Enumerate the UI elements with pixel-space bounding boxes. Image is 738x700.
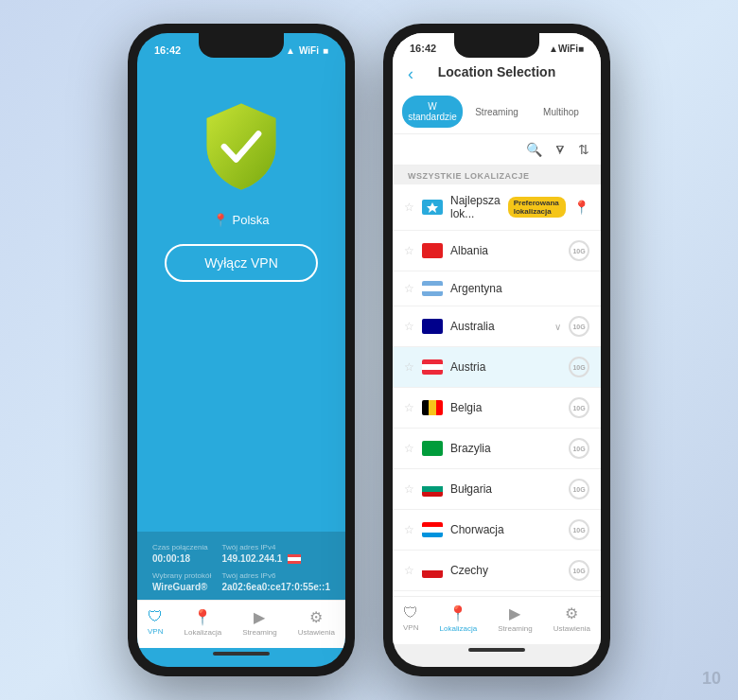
star-icon-argentina: ☆	[404, 282, 414, 295]
header-title: Location Selection	[438, 64, 555, 79]
toolbar: 🔍 ⛛ ⇅	[393, 134, 601, 166]
search-button[interactable]: 🔍	[526, 142, 542, 157]
svg-marker-0	[427, 202, 438, 213]
vpn-icon: 🛡	[148, 608, 163, 625]
nav-vpn-left[interactable]: 🛡 VPN	[148, 608, 163, 637]
list-item-australia[interactable]: ☆ Australia ∨ 10G	[393, 306, 601, 347]
list-item-bulgaria[interactable]: ☆ Bułgaria 10G	[393, 469, 601, 510]
star-icon-australia: ☆	[404, 320, 414, 333]
left-phone: 16:42 ▲ WiFi ■	[128, 24, 355, 676]
list-item-czech[interactable]: ☆ Czechy 10G	[393, 551, 601, 591]
star-icon-albania: ☆	[404, 244, 414, 257]
austria-name: Austria	[450, 360, 561, 374]
speed-austria: 10G	[569, 357, 589, 377]
speed-bulgaria: 10G	[569, 479, 589, 499]
flag-czech	[422, 563, 443, 578]
speed-australia: 10G	[569, 316, 589, 337]
list-item-austria[interactable]: ☆ Austria 10G	[393, 347, 601, 388]
streaming-icon: ▶	[254, 608, 265, 626]
location-list: ☆ Najlepsza lok... Preferowana lokalizac…	[393, 184, 601, 596]
star-icon-czech: ☆	[404, 564, 414, 577]
location-header: ‹ Location Selection	[393, 58, 601, 90]
flag-bulgaria	[422, 481, 443, 497]
star-icon-brazil: ☆	[404, 442, 414, 455]
list-item-albania[interactable]: ☆ Albania 10G	[393, 231, 601, 271]
stat-ipv4: Twój adres IPv4 149.102.244.1	[221, 543, 330, 564]
flag-argentina	[422, 281, 443, 296]
argentina-name: Argentyna	[450, 282, 589, 295]
stats-bar: Czas połączenia 00:00:18 Twój adres IPv4…	[137, 532, 345, 600]
filter-button[interactable]: ⛛	[554, 142, 567, 157]
list-item-brazil[interactable]: ☆ Brazylia 10G	[393, 429, 601, 469]
list-item-belgium[interactable]: ☆ Belgia 10G	[393, 388, 601, 429]
vpn-icon-right: 🛡	[403, 604, 418, 621]
streaming-icon-right: ▶	[509, 604, 520, 622]
star-icon-belgium: ☆	[404, 401, 414, 414]
flag-australia	[422, 319, 443, 334]
location-icon-right: 📍	[448, 604, 467, 622]
star-icon-best: ☆	[404, 201, 414, 214]
back-button[interactable]: ‹	[408, 64, 413, 84]
status-icons-left: ▲ WiFi ■	[286, 45, 328, 56]
speed-brazil: 10G	[569, 438, 589, 459]
speed-croatia: 10G	[569, 519, 589, 540]
czech-name: Czechy	[450, 564, 561, 577]
home-indicator-right	[468, 648, 525, 652]
status-icons-right: ▲WiFi■	[549, 44, 584, 54]
right-phone: 16:42 ▲WiFi■ ‹ Location Selection W stan…	[383, 24, 610, 676]
bulgaria-name: Bułgaria	[450, 482, 561, 496]
flag-austria	[422, 359, 443, 375]
brazil-name: Brazylia	[450, 442, 561, 455]
best-location-name: Najlepsza lok...	[450, 194, 501, 220]
time-left: 16:42	[154, 44, 181, 56]
stat-protocol: Wybrany protokół WireGuard®	[152, 571, 214, 592]
flag-belgium	[422, 400, 443, 415]
list-item-croatia[interactable]: ☆ Chorwacja 10G	[393, 510, 601, 551]
star-icon-croatia: ☆	[404, 523, 414, 536]
bottom-nav-right: 🛡 VPN 📍 Lokalizacja ▶ Streaming ⚙ Ustawi…	[393, 596, 601, 644]
tab-bar: W standardzie Streaming Multihop	[393, 90, 601, 134]
nav-vpn-right[interactable]: 🛡 VPN	[403, 604, 418, 633]
speed-belgium: 10G	[569, 397, 589, 418]
stat-ipv6: Twój adres IPv6 2a02:6ea0:ce17:0:55e::1	[221, 571, 330, 592]
flag-best	[422, 200, 443, 215]
australia-name: Australia	[450, 320, 547, 333]
location-icon: 📍	[193, 608, 212, 626]
tab-standard[interactable]: W standardzie	[402, 96, 463, 128]
disconnect-button[interactable]: Wyłącz VPN	[165, 244, 318, 282]
nav-settings-right[interactable]: ⚙ Ustawienia	[554, 604, 590, 633]
star-icon-austria: ☆	[404, 360, 414, 374]
stat-connection-time: Czas połączenia 00:00:18	[152, 543, 214, 564]
nav-settings-left[interactable]: ⚙ Ustawienia	[298, 608, 335, 637]
tab-multihop[interactable]: Multihop	[531, 96, 591, 128]
settings-icon-right: ⚙	[565, 604, 578, 622]
notch	[199, 33, 284, 58]
flag-albania	[422, 243, 443, 258]
settings-icon: ⚙	[309, 608, 323, 626]
current-location: 📍 Polska	[213, 213, 269, 227]
tab-streaming[interactable]: Streaming	[466, 96, 527, 128]
notch-right	[454, 33, 539, 58]
croatia-name: Chorwacja	[450, 523, 561, 536]
flag-croatia	[422, 522, 443, 537]
sort-button[interactable]: ⇅	[578, 142, 589, 157]
poland-flag-icon	[288, 554, 301, 564]
expand-icon-australia: ∨	[554, 322, 561, 332]
nav-lokalizacja-left[interactable]: 📍 Lokalizacja	[184, 608, 222, 637]
nav-lokalizacja-right[interactable]: 📍 Lokalizacja	[440, 604, 478, 633]
belgium-name: Belgia	[450, 401, 561, 414]
preferred-badge: Preferowana lokalizacja	[508, 197, 566, 218]
albania-name: Albania	[450, 244, 561, 257]
shield-icon	[194, 99, 289, 194]
nav-streaming-left[interactable]: ▶ Streaming	[242, 608, 276, 637]
nav-streaming-right[interactable]: ▶ Streaming	[498, 604, 532, 633]
list-item-best[interactable]: ☆ Najlepsza lok... Preferowana lokalizac…	[393, 184, 601, 231]
flag-brazil	[422, 441, 443, 456]
speed-czech: 10G	[569, 560, 589, 581]
list-item-argentina[interactable]: ☆ Argentyna	[393, 271, 601, 306]
section-label: WSZYSTKIE LOKALIZACJE	[393, 166, 601, 184]
bottom-nav-left: 🛡 VPN 📍 Lokalizacja ▶ Streaming ⚙ Ustawi…	[137, 600, 345, 648]
star-icon-bulgaria: ☆	[404, 482, 414, 496]
best-location-pin: 📍	[573, 200, 589, 215]
home-indicator-left	[213, 652, 270, 656]
